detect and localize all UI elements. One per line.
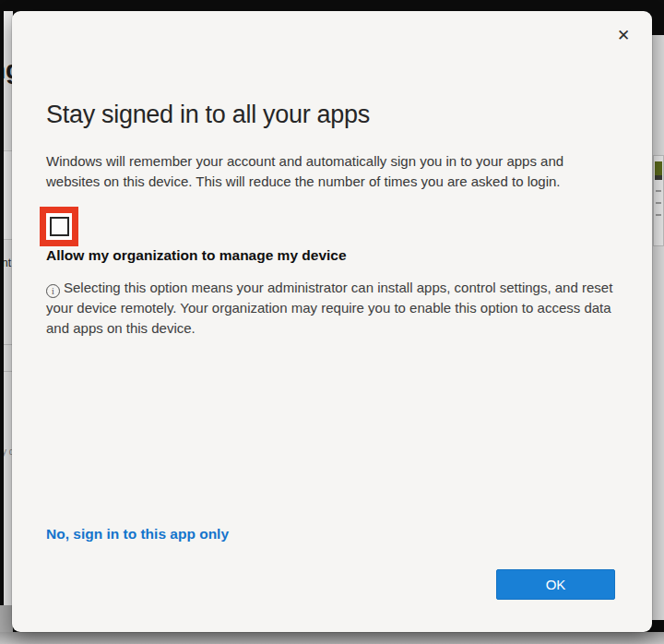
- dialog-title: Stay signed in to all your apps: [46, 101, 370, 129]
- background-text-fragment: nt: [4, 256, 11, 269]
- close-icon[interactable]: ✕: [611, 24, 635, 48]
- sign-in-this-app-only-link[interactable]: No, sign in to this app only: [46, 526, 229, 543]
- backdrop-shadow-corner: [0, 605, 13, 632]
- background-text-line: [656, 202, 661, 204]
- background-thumbnail-fragment: [655, 161, 662, 175]
- ok-button[interactable]: OK: [496, 569, 615, 600]
- admin-info-text: iSelecting this option means your admini…: [46, 278, 616, 339]
- manage-device-checkbox[interactable]: [50, 217, 69, 236]
- background-page-right-sliver: [652, 35, 664, 620]
- dialog-description: Windows will remember your account and a…: [46, 151, 605, 192]
- background-text-line: [656, 214, 661, 216]
- stay-signed-in-dialog: ✕ Stay signed in to all your apps Window…: [12, 11, 652, 632]
- manage-device-checkbox-label[interactable]: Allow my organization to manage my devic…: [46, 247, 347, 264]
- background-thumbnail-band: [655, 175, 662, 180]
- admin-info-text-body: Selecting this option means your adminis…: [46, 280, 612, 336]
- background-card-fragment: [653, 155, 664, 246]
- backdrop-shadow-band: [0, 632, 664, 644]
- highlight-annotation: [40, 207, 78, 246]
- info-icon: i: [46, 284, 60, 298]
- background-text-line: [656, 190, 661, 192]
